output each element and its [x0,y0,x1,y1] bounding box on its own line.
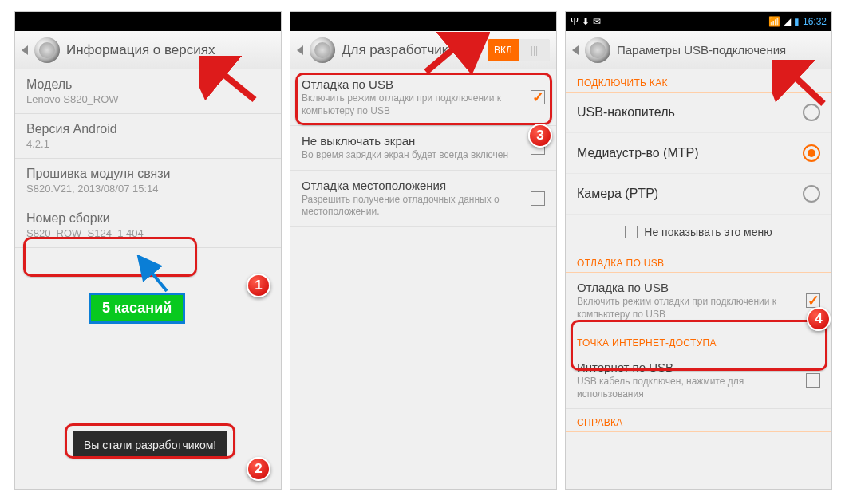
option-mock-locations[interactable]: Отладка местоположения Разрешить получен… [290,171,556,227]
option-usb-internet[interactable]: Интернет по USB USB кабель подключен, на… [566,352,831,409]
dont-show-label: Не показывать это меню [644,226,772,238]
option-usb-debugging[interactable]: Отладка по USB Включить режим отладки пр… [290,69,556,126]
settings-icon [310,37,335,63]
status-bar [290,12,556,31]
dont-show-row[interactable]: Не показывать это меню [566,215,831,250]
radio[interactable] [803,185,820,203]
step-badge-1: 1 [247,274,270,297]
step-badge-2: 2 [247,457,270,481]
info-item-build-number[interactable]: Номер сборки S820_ROW_S124_1 404 [15,203,281,248]
toggle-off-label: ||| [519,39,550,61]
option-title: Отладка местоположения [302,179,524,192]
checkbox[interactable] [531,191,545,206]
settings-icon [585,37,610,63]
option-sub: Во время зарядки экран будет всегда вклю… [302,149,524,162]
usb-status-icon: Ψ [571,16,579,27]
screen-title: Для разработчик… [342,42,481,58]
tooltip-taps: 5 касаний [89,293,185,324]
option-title: Не выключать экран [302,134,524,148]
info-item-model: Модель Lenovo S820_ROW [15,69,281,114]
checkbox[interactable] [625,226,638,238]
option-title: Интернет по USB [577,360,800,374]
toggle-on-label: ВКЛ [488,39,519,61]
option-sub: Включить режим отладки при подключении к… [577,296,800,321]
back-icon[interactable] [572,45,579,55]
option-title: Отладка по USB [577,281,800,294]
item-label: Версия Android [26,122,270,136]
signal-icon: ◢ [784,16,791,27]
status-bar: Ψ ⬇ ✉ 📶 ◢ ▮ 16:32 [566,12,831,31]
item-label: Номер сборки [26,211,270,226]
title-bar[interactable]: Для разработчик… ВКЛ ||| [290,31,556,69]
master-toggle[interactable]: ВКЛ ||| [488,39,550,61]
checkbox[interactable] [531,140,545,155]
screenshot-developer-options: Для разработчик… ВКЛ ||| Отладка по USB … [290,11,557,490]
radio-label: USB-накопитель [577,105,795,120]
mail-icon: ✉ [593,16,601,27]
info-item-baseband: Прошивка модуля связи S820.V21, 2013/08/… [15,159,281,203]
screen-title: Параметры USB-подключения [617,43,825,57]
option-title: Отладка по USB [302,77,524,91]
radio-mtp[interactable]: Медиаустр-во (MTP) [566,133,831,174]
item-value: 4.2.1 [26,138,270,150]
option-sub: Разрешить получение отладочных данных о … [302,194,524,219]
svg-line-1 [143,262,167,291]
radio-label: Медиаустр-во (MTP) [577,146,795,160]
checkbox[interactable] [806,373,820,388]
settings-icon [34,37,60,63]
back-icon[interactable] [297,45,303,55]
section-usb-debug: ОТЛАДКА ПО USB [566,250,831,273]
download-icon: ⬇ [582,16,590,27]
section-connect-as: ПОДКЛЮЧИТЬ КАК [566,69,831,93]
arrow-blue-icon [135,255,175,295]
item-value: S820.V21, 2013/08/07 15:14 [26,183,270,195]
item-value: S820_ROW_S124_1 404 [26,227,270,239]
option-sub: Включить режим отладки при подключении к… [302,93,524,117]
clock-time: 16:32 [803,16,827,27]
item-label: Прошивка модуля связи [26,167,270,181]
back-icon[interactable] [22,45,28,55]
radio-usb-storage[interactable]: USB-накопитель [566,93,831,133]
option-sub: USB кабель подключен, нажмите для исполь… [577,376,800,400]
wifi-icon: 📶 [768,16,780,27]
battery-icon: ▮ [794,16,800,27]
screenshot-version-info: Информация о версиях Модель Lenovo S820_… [14,11,282,490]
title-bar[interactable]: Информация о версиях [15,31,281,69]
radio[interactable] [803,144,820,162]
section-tethering: ТОЧКА ИНТЕРНЕТ-ДОСТУПА [566,329,831,352]
option-usb-debugging[interactable]: Отладка по USB Включить режим отладки пр… [566,273,831,329]
title-bar[interactable]: Параметры USB-подключения [566,31,831,69]
radio-ptp[interactable]: Камера (PTP) [566,174,831,215]
screen-title: Информация о версиях [66,42,274,58]
status-bar [15,12,281,31]
screenshot-usb-connection: Ψ ⬇ ✉ 📶 ◢ ▮ 16:32 Параметры USB-подключе… [565,11,832,490]
checkbox[interactable] [531,90,545,104]
info-item-android-version: Версия Android 4.2.1 [15,114,281,159]
developer-toast: Вы стали разработчиком! [73,431,227,459]
section-help: СПРАВКА [566,409,831,432]
item-label: Модель [26,77,270,92]
radio-label: Камера (PTP) [577,187,795,201]
checkbox[interactable] [806,293,820,308]
option-stay-awake[interactable]: Не выключать экран Во время зарядки экра… [290,126,556,171]
radio[interactable] [803,104,820,121]
item-value: Lenovo S820_ROW [26,93,270,105]
